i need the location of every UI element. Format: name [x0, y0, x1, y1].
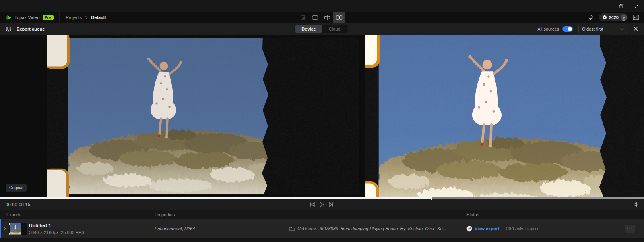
export-row-file: Untitled 1 3840 × 2160px, 25.000 FPS	[1, 223, 155, 235]
file-details: 3840 × 2160px, 25.000 FPS	[29, 230, 84, 235]
close-queue-button[interactable]	[633, 26, 638, 31]
play-button[interactable]	[320, 202, 324, 207]
chevron-right-icon	[85, 16, 88, 19]
sort-order-value: Oldest first	[582, 27, 603, 31]
all-sources-toggle[interactable]	[562, 26, 573, 32]
speaker-icon	[634, 202, 639, 207]
breadcrumb: Projects Default	[60, 15, 113, 20]
view-mode-single[interactable]	[309, 12, 321, 23]
view-mode-split[interactable]	[321, 12, 333, 23]
tab-cloud[interactable]: Cloud	[322, 25, 347, 33]
enhanced-film-frame	[365, 35, 644, 197]
video-thumbnail[interactable]	[9, 223, 27, 235]
export-path: C:/Users/.../6078086_8mm Jumping Playing…	[297, 226, 418, 231]
next-frame-button[interactable]	[328, 202, 334, 207]
tab-device[interactable]: Device	[295, 25, 322, 33]
export-queue-bar: Export queue Device Cloud All sources Ol…	[0, 23, 644, 35]
folder-icon	[289, 227, 295, 231]
export-queue-title: Export queue	[17, 27, 45, 31]
export-row-status: View export · 10h17m6s elapsed ···	[466, 225, 644, 233]
view-mode-side-by-side[interactable]	[333, 12, 345, 23]
export-properties: Enhancement, H264	[155, 226, 195, 231]
exports-table-header: Exports Properties Status	[0, 210, 644, 219]
side-panel-icon	[633, 15, 639, 20]
settings-button[interactable]	[588, 15, 594, 21]
close-icon	[634, 4, 639, 8]
credits-pill[interactable]: 2420	[599, 13, 628, 21]
side-panel-button[interactable]	[633, 15, 639, 20]
view-export-link[interactable]: View export	[475, 226, 500, 231]
export-path-group: C:/Users/.../6078086_8mm Jumping Playing…	[289, 226, 466, 231]
view-mode-diagonal-split[interactable]	[297, 12, 309, 23]
single-view-icon	[312, 15, 318, 20]
app-window: Topaz Video Pro Projects Default	[0, 0, 644, 242]
menu-bar: Topaz Video Pro Projects Default	[0, 12, 644, 23]
original-film-frame	[47, 35, 359, 197]
expand-chevron-icon[interactable]	[3, 227, 6, 231]
column-properties: Properties	[155, 212, 466, 217]
queuebar-right: All sources Oldest first	[537, 25, 644, 33]
breadcrumb-default: Default	[91, 15, 106, 20]
close-window-button[interactable]	[629, 0, 644, 12]
side-by-side-icon	[336, 15, 343, 20]
play-icon	[320, 202, 324, 207]
original-label: Original	[6, 184, 27, 192]
export-row-properties: Enhancement, H264 C:/Users/.../6078086_8…	[155, 226, 466, 231]
video-preview-area: Original	[0, 35, 644, 197]
view-mode-group	[297, 12, 345, 23]
playhead[interactable]	[431, 196, 432, 200]
title-bar	[0, 0, 644, 12]
breadcrumb-projects[interactable]: Projects	[66, 15, 82, 20]
sort-order-select[interactable]: Oldest first	[578, 25, 627, 33]
minimize-button[interactable]	[598, 0, 613, 12]
pro-badge: Pro	[43, 15, 54, 20]
topaz-logo-icon	[6, 15, 12, 20]
thumbnail-film-frame	[9, 223, 27, 235]
minimize-icon	[604, 4, 608, 8]
split-view-icon	[324, 15, 330, 20]
restore-button[interactable]	[613, 0, 629, 12]
source-segmented-control: Device Cloud	[294, 25, 347, 33]
export-queue-header: Export queue	[0, 26, 50, 32]
all-sources-label: All sources	[537, 27, 559, 31]
credits-coin-icon	[602, 15, 607, 20]
layers-icon	[6, 26, 12, 32]
status-separator: ·	[502, 227, 503, 231]
transport-controls	[310, 202, 334, 207]
person-icon	[621, 16, 626, 21]
restore-icon	[619, 4, 623, 8]
export-row[interactable]: Untitled 1 3840 × 2160px, 25.000 FPS Enh…	[0, 219, 644, 238]
credits-count: 2420	[609, 15, 619, 20]
gear-icon	[588, 15, 594, 21]
column-status: Status	[466, 212, 644, 217]
next-frame-icon	[328, 202, 334, 207]
previous-frame-button[interactable]	[310, 202, 316, 207]
diagonal-split-icon	[300, 15, 305, 20]
all-sources-control: All sources	[537, 26, 573, 32]
avatar[interactable]	[621, 14, 627, 21]
check-circle-icon	[466, 226, 472, 232]
brand-name: Topaz Video	[14, 15, 40, 20]
menubar-right: 2420	[588, 12, 644, 23]
elapsed-time: 10h17m6s elapsed	[506, 227, 540, 231]
file-info: Untitled 1 3840 × 2160px, 25.000 FPS	[29, 223, 84, 235]
original-video-pane[interactable]: Original	[0, 35, 359, 197]
transport-right	[634, 202, 644, 207]
timecode: 00:00:08:15	[0, 202, 30, 207]
file-name: Untitled 1	[29, 223, 84, 229]
bottom-strip	[0, 238, 644, 242]
toggle-knob	[568, 27, 572, 31]
brand[interactable]: Topaz Video Pro	[0, 12, 60, 23]
close-icon	[633, 26, 638, 31]
volume-button[interactable]	[634, 202, 639, 207]
chevron-down-icon	[620, 28, 624, 30]
row-more-button[interactable]: ···	[625, 225, 635, 233]
previous-frame-icon	[310, 202, 316, 207]
transport-bar: 00:00:08:15	[0, 199, 644, 210]
column-exports: Exports	[0, 212, 155, 217]
enhanced-video-pane[interactable]	[359, 35, 644, 197]
